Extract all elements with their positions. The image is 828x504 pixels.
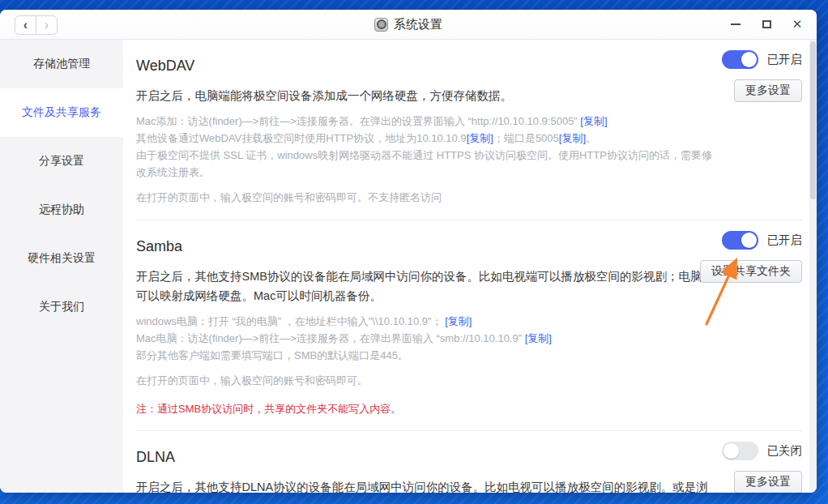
webdav-description: 开启之后，电脑端能将极空间设备添加成一个网络硬盘，方便存储数据。	[136, 86, 715, 105]
dlna-description: 开启之后，其他支持DLNA协议的设备能在局域网中访问你的设备。比如电视可以播放极…	[136, 477, 715, 493]
samba-controls: 已开启 设置共享文件夹	[700, 231, 802, 283]
sidebar-item-label: 硬件相关设置	[28, 251, 96, 266]
webdav-title: WebDAV	[136, 55, 802, 76]
webdav-help-line2: 其他设备通过WebDAV挂载极空间时使用HTTP协议，地址为10.10.10.9…	[136, 130, 721, 147]
sidebar-item-label: 远程协助	[39, 203, 84, 217]
desktop-background: ‹ › 系统设置 ✕ 存储池管理 文件及共享服务 分享设置	[0, 0, 828, 504]
toggle-knob	[741, 52, 757, 67]
chevron-left-icon: ‹	[23, 19, 28, 32]
sidebar-item-about-us[interactable]: 关于我们	[0, 283, 123, 331]
close-button[interactable]: ✕	[791, 18, 804, 31]
sidebar: 存储池管理 文件及共享服务 分享设置 远程协助 硬件相关设置 关于我们	[0, 40, 123, 493]
titlebar: ‹ › 系统设置 ✕	[0, 10, 817, 40]
webdav-status-label: 已开启	[767, 52, 803, 67]
section-webdav: WebDAV 已开启 更多设置 开启之后，电脑端能将极空间设备添加成一个网络硬盘…	[136, 40, 802, 220]
samba-description: 开启之后，其他支持SMB协议的设备能在局域网中访问你的设备。比如电视端可以播放极…	[136, 267, 715, 305]
nav-button-group: ‹ ›	[15, 15, 58, 35]
window-body: 存储池管理 文件及共享服务 分享设置 远程协助 硬件相关设置 关于我们 WebD…	[0, 40, 817, 493]
sidebar-item-remote-assist[interactable]: 远程协助	[0, 186, 123, 234]
samba-set-shared-folder-button[interactable]: 设置共享文件夹	[700, 260, 802, 283]
maximize-button[interactable]	[760, 18, 773, 31]
webdav-help-line3: 由于极空间不提供 SSL 证书，windows映射网络驱动器不能通过 HTTPS…	[136, 147, 721, 181]
samba-status-label: 已开启	[767, 233, 803, 248]
sidebar-item-storage-pool[interactable]: 存储池管理	[0, 40, 123, 88]
sidebar-item-label: 分享设置	[39, 154, 84, 169]
content-area: WebDAV 已开启 更多设置 开启之后，电脑端能将极空间设备添加成一个网络硬盘…	[123, 40, 817, 493]
back-button[interactable]: ‹	[15, 15, 36, 35]
samba-help-line4: 在打开的页面中，输入极空间的账号和密码即可。	[136, 372, 721, 389]
webdav-more-settings-button[interactable]: 更多设置	[734, 79, 802, 102]
sidebar-item-share-settings[interactable]: 分享设置	[0, 137, 123, 186]
window-title-area: 系统设置	[0, 10, 817, 39]
settings-gear-icon	[374, 18, 388, 32]
samba-warning-note: 注：通过SMB协议访问时，共享的文件夹不能写入内容。	[136, 402, 802, 416]
chevron-right-icon: ›	[45, 19, 49, 32]
section-samba: Samba 已开启 设置共享文件夹 开启之后，其他支持SMB协议的设备能在局域网…	[136, 220, 802, 431]
copy-link[interactable]: [复制]	[467, 132, 493, 144]
section-dlna: DLNA 已关闭 更多设置 开启之后，其他支持DLNA协议的设备能在局域网中访问…	[136, 431, 802, 493]
sidebar-item-label: 关于我们	[39, 300, 84, 314]
toggle-knob	[741, 233, 757, 248]
help-text: Mac电脑：访达(finder)—>前往—>连接服务器，在弹出界面输入 “smb…	[136, 332, 525, 344]
copy-link[interactable]: [复制]	[445, 315, 472, 327]
webdav-help-line1: Mac添加：访达(finder)—>前往—>连接服务器。在弹出的设置界面输入 “…	[136, 113, 721, 130]
copy-link[interactable]: [复制]	[525, 332, 552, 344]
help-text: Mac添加：访达(finder)—>前往—>连接服务器。在弹出的设置界面输入 “…	[136, 115, 580, 127]
dlna-controls: 已关闭 更多设置	[722, 442, 803, 493]
dlna-title: DLNA	[136, 446, 802, 468]
samba-help-line1: windows电脑：打开 “我的电脑” ，在地址栏中输入"\\10.10.10.…	[136, 313, 721, 330]
webdav-help: Mac添加：访达(finder)—>前往—>连接服务器。在弹出的设置界面输入 “…	[136, 113, 721, 206]
scrollbar[interactable]	[809, 40, 817, 493]
window-title: 系统设置	[394, 17, 442, 32]
dlna-more-settings-button[interactable]: 更多设置	[734, 471, 802, 493]
dlna-toggle[interactable]	[722, 442, 758, 460]
settings-window: ‹ › 系统设置 ✕ 存储池管理 文件及共享服务 分享设置	[0, 10, 817, 493]
scrollbar-thumb[interactable]	[810, 41, 816, 199]
samba-help-line3: 部分其他客户端如需要填写端口，SMB的默认端口是445。	[136, 347, 721, 364]
minimize-button[interactable]	[729, 18, 742, 31]
sidebar-item-label: 存储池管理	[33, 57, 90, 71]
sidebar-item-label: 文件及共享服务	[22, 105, 101, 120]
help-text: ；端口是5005	[493, 132, 559, 144]
help-text: 其他设备通过WebDAV挂载极空间时使用HTTP协议，地址为10.10.10.9	[136, 132, 467, 144]
webdav-toggle[interactable]	[722, 50, 758, 69]
help-text: 。	[586, 132, 596, 144]
samba-help-line2: Mac电脑：访达(finder)—>前往—>连接服务器，在弹出界面输入 “smb…	[136, 330, 721, 347]
webdav-controls: 已开启 更多设置	[722, 50, 803, 102]
sidebar-item-hardware-settings[interactable]: 硬件相关设置	[0, 234, 123, 283]
samba-toggle[interactable]	[722, 231, 758, 250]
toggle-knob	[723, 443, 739, 459]
webdav-help-line4: 在打开的页面中，输入极空间的账号和密码即可。不支持匿名访问	[136, 189, 721, 206]
dlna-status-label: 已关闭	[767, 443, 803, 459]
copy-link[interactable]: [复制]	[559, 132, 586, 144]
forward-button[interactable]: ›	[36, 15, 58, 35]
copy-link[interactable]: [复制]	[580, 115, 607, 127]
help-text: windows电脑：打开 “我的电脑” ，在地址栏中输入"\\10.10.10.…	[136, 315, 445, 327]
window-controls: ✕	[729, 10, 804, 39]
samba-help: windows电脑：打开 “我的电脑” ，在地址栏中输入"\\10.10.10.…	[136, 313, 721, 389]
sidebar-item-file-sharing-services[interactable]: 文件及共享服务	[0, 88, 123, 137]
